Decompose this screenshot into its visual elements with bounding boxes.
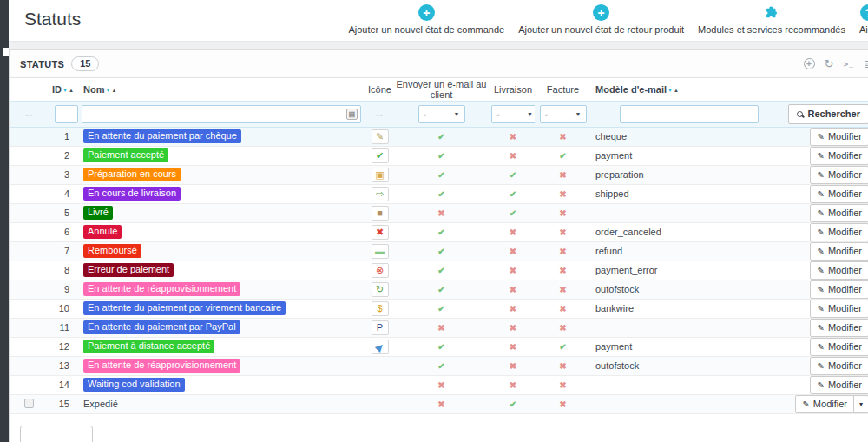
cross-icon: ✖ <box>510 151 516 161</box>
cross-icon: ✖ <box>559 323 566 333</box>
row-template: payment <box>591 146 782 165</box>
search-button[interactable]: Rechercher <box>788 104 868 124</box>
row-id: 7 <box>49 241 82 261</box>
bulk-actions-button-partial[interactable] <box>20 426 93 442</box>
add-return-state-label: Ajouter un nouvel état de retour produit <box>518 24 684 35</box>
invoice-filter-select[interactable]: -▼ <box>540 105 587 123</box>
modify-button[interactable]: ✎Modifier <box>810 166 868 184</box>
row-template: preparation <box>591 165 782 184</box>
status-badge: Annulé <box>83 225 122 239</box>
cross-icon: ✖ <box>559 189 566 199</box>
sort-desc-icon[interactable]: ▼ <box>667 88 673 93</box>
row-id: 15 <box>49 394 82 413</box>
modify-button[interactable]: ✎Modifier <box>810 319 868 337</box>
modify-dropdown-toggle[interactable]: ▾ <box>853 395 868 413</box>
row-id: 6 <box>49 222 82 241</box>
cross-icon: ✖ <box>559 247 566 256</box>
check-icon: ✔ <box>437 170 444 180</box>
modify-button[interactable]: ✎Modifier <box>810 261 868 280</box>
cross-icon: ✖ <box>437 323 444 333</box>
row-id: 10 <box>49 299 82 318</box>
sort-asc-icon[interactable]: ▲ <box>111 88 116 93</box>
table-row: 13En attente de réapprovisionnement✔✖✖ou… <box>10 356 868 375</box>
cross-icon: ✖ <box>559 170 566 180</box>
select-column-header <box>10 78 49 101</box>
row-id: 13 <box>49 356 82 375</box>
row-template: outofstock <box>591 280 782 299</box>
row-id: 2 <box>49 146 82 165</box>
modify-button[interactable]: ✎Modifier <box>810 280 868 299</box>
status-badge: Paiement accepté <box>83 148 168 162</box>
modify-button[interactable]: ✎Modifier <box>810 300 868 318</box>
modify-button[interactable]: ✎Modifier <box>810 204 868 222</box>
modify-button[interactable]: ✎Modifier <box>810 338 868 356</box>
status-badge: Préparation en cours <box>83 168 181 181</box>
help-button[interactable]: ? Aide <box>859 4 868 35</box>
delivery-filter-select[interactable]: -▼ <box>491 105 538 123</box>
pencil-icon: ✎ <box>817 361 824 371</box>
id-filter-input[interactable] <box>55 105 78 123</box>
sql-icon-button[interactable]: ≣ <box>862 56 868 71</box>
add-order-state-button[interactable]: + Ajouter un nouvel état de commande <box>348 4 504 35</box>
recommended-modules-button[interactable]: Modules et services recommandés <box>698 4 845 35</box>
caret-down-icon: ▼ <box>527 111 533 117</box>
modify-button[interactable]: ✎Modifier <box>810 357 868 375</box>
filter-dash: -- <box>368 109 391 119</box>
sort-asc-icon[interactable]: ▲ <box>69 88 74 93</box>
check-icon: ✔ <box>437 304 444 313</box>
modify-button[interactable]: ✎Modifier <box>810 223 868 241</box>
sort-desc-icon[interactable]: ▼ <box>105 88 110 93</box>
table-row: 11En attente du paiement par PayPalP✖✖✖✎… <box>10 318 868 337</box>
name-filter-input[interactable] <box>82 105 361 123</box>
row-template <box>591 394 782 413</box>
terminal-icon-button[interactable]: >_ <box>842 56 856 71</box>
status-badge: Erreur de paiement <box>83 263 174 277</box>
check-icon: ✔ <box>437 189 444 199</box>
sort-desc-icon[interactable]: ▼ <box>62 88 68 93</box>
modify-button[interactable]: ✎Modifier <box>810 147 868 165</box>
cross-icon: ✖ <box>510 323 516 333</box>
panel-title: STATUTS <box>20 59 64 69</box>
name-column-header: Nom▼▲ <box>82 78 368 101</box>
check-icon: ✔ <box>437 285 444 294</box>
bankwire-coins-icon: $ <box>372 301 389 316</box>
row-id: 3 <box>49 165 82 184</box>
sidebar-notch <box>3 48 9 56</box>
payment-error-icon: ⊗ <box>372 263 389 278</box>
cross-icon: ✖ <box>510 380 516 390</box>
template-filter-input[interactable] <box>620 105 759 123</box>
plus-circle-icon: + <box>593 4 609 21</box>
email-column-header: Envoyer un e-mail au client <box>391 78 491 101</box>
add-return-state-button[interactable]: + Ajouter un nouvel état de retour produ… <box>518 4 684 35</box>
row-template: payment <box>591 337 782 356</box>
modify-button[interactable]: ✎Modifier <box>810 185 868 203</box>
package-icon: ▣ <box>372 168 389 182</box>
status-badge: Paiement à distance accepté <box>83 340 214 353</box>
add-icon-button[interactable]: + <box>802 56 816 71</box>
modify-button[interactable]: ✎Modifier <box>795 395 854 413</box>
cross-icon: ✖ <box>559 266 566 275</box>
table-row: 1En attente du paiement par chèque✎✔✖✖ch… <box>10 127 868 146</box>
add-order-state-label: Ajouter un nouvel état de commande <box>348 24 504 35</box>
cross-icon: ✖ <box>559 399 566 409</box>
expand-input-icon[interactable]: ▤ <box>346 109 358 120</box>
table-row: 9En attente de réapprovisionnement↻✔✖✖ou… <box>10 280 868 299</box>
check-icon: ✔ <box>559 342 566 352</box>
pencil-icon: ✎ <box>817 208 824 218</box>
cross-icon: ✖ <box>510 228 516 237</box>
topbar-actions: + Ajouter un nouvel état de commande + A… <box>348 0 868 35</box>
modify-button[interactable]: ✎Modifier <box>810 376 868 394</box>
modify-button[interactable]: ✎Modifier <box>810 242 868 261</box>
table-row: 12Paiement à distance accepté▶✔✖✔payment… <box>10 337 868 356</box>
email-filter-select[interactable]: -▼ <box>418 105 465 123</box>
modify-button[interactable]: ✎Modifier <box>810 128 868 146</box>
refresh-icon-button[interactable]: ↻ <box>822 56 836 71</box>
row-template: bankwire <box>591 299 782 318</box>
statuses-panel: STATUTS 15 + ↻ >_ ≣ ID▼▲ Nom▼▲ Icône Env… <box>9 49 868 442</box>
sort-asc-icon[interactable]: ▲ <box>674 88 679 93</box>
cross-icon: ✖ <box>510 132 516 142</box>
check-icon: ✔ <box>437 151 444 161</box>
pencil-icon: ✎ <box>817 323 824 333</box>
row-template: shipped <box>591 184 782 203</box>
row-checkbox[interactable] <box>24 399 34 408</box>
